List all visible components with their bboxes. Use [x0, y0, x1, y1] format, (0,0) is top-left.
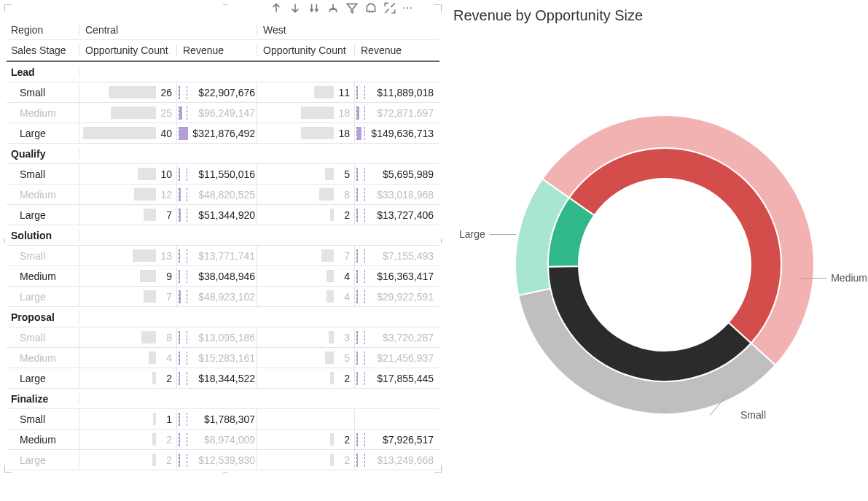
donut-label-small: Small — [710, 409, 766, 421]
matrix-visual[interactable]: Region Central West Sales Stage Opportun… — [6, 6, 440, 471]
group-row[interactable]: Solution — [7, 225, 439, 246]
data-row[interactable]: Large2$12,539,9302$13,249,668 — [7, 450, 439, 470]
data-row[interactable]: Medium9$38,048,9464$16,363,417 — [7, 266, 439, 287]
donut-visual[interactable]: Revenue by Opportunity Size Large Medium… — [440, 6, 865, 471]
column-header-west[interactable]: West — [257, 24, 435, 36]
measure-header-count[interactable]: Opportunity Count — [257, 44, 355, 56]
donut-chart[interactable] — [453, 46, 861, 454]
row-header-region[interactable]: Region — [7, 24, 79, 36]
donut-title: Revenue by Opportunity Size — [453, 7, 865, 24]
row-header-stage[interactable]: Sales Stage — [7, 44, 79, 56]
data-row[interactable]: Medium25$96,249,14718$72,871,697 — [7, 103, 439, 123]
group-row[interactable]: Lead — [7, 62, 439, 82]
data-row[interactable]: Medium12$48,820,5258$33,018,968 — [7, 185, 439, 205]
donut-label-medium: Medium — [800, 272, 867, 284]
measure-header-revenue[interactable]: Revenue — [355, 44, 435, 56]
matrix-body: LeadSmall26$22,907,67611$11,889,018Mediu… — [7, 62, 439, 470]
data-row[interactable]: Medium4$15,283,1615$21,456,937 — [7, 348, 439, 368]
data-row[interactable]: Large2$18,344,5222$17,855,445 — [7, 368, 439, 389]
measure-header-count[interactable]: Opportunity Count — [79, 44, 177, 56]
data-row[interactable]: Large40$321,876,49218$149,636,713 — [7, 123, 439, 144]
group-row[interactable]: Finalize — [7, 389, 439, 409]
data-row[interactable]: Small26$22,907,67611$11,889,018 — [7, 82, 439, 103]
data-row[interactable]: Large7$51,344,9202$13,727,406 — [7, 205, 439, 225]
group-row[interactable]: Qualify — [7, 144, 439, 164]
matrix-header-row: Region Central West — [7, 20, 439, 40]
donut-label-large: Large — [459, 228, 516, 240]
data-row[interactable]: Small10$11,550,0165$5,695,989 — [7, 164, 439, 185]
matrix-subheader-row: Sales Stage Opportunity Count Revenue Op… — [7, 40, 439, 62]
group-row[interactable]: Proposal — [7, 307, 439, 327]
data-row[interactable]: Large7$48,923,1024$29,922,591 — [7, 287, 439, 307]
data-row[interactable]: Small8$13,095,1863$3,720,287 — [7, 327, 439, 348]
data-row[interactable]: Small1$1,788,307 — [7, 409, 439, 430]
column-header-central[interactable]: Central — [79, 24, 257, 36]
data-row[interactable]: Small13$13,771,7417$7,155,493 — [7, 246, 439, 266]
data-row[interactable]: Medium2$8,974,0092$7,926,517 — [7, 430, 439, 450]
measure-header-revenue[interactable]: Revenue — [177, 44, 257, 56]
